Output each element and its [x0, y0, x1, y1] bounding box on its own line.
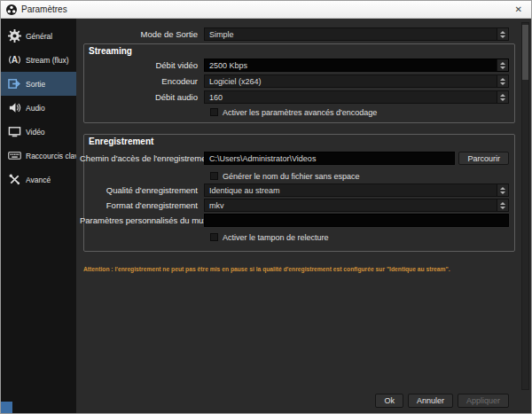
svg-text:A: A [12, 55, 19, 65]
encoder-label: Encodeur [80, 76, 204, 86]
recording-format-label: Format d'enregistrement [80, 200, 204, 210]
video-bitrate-value: 2500 Kbps [209, 61, 247, 70]
dropdown-arrows-icon[interactable] [497, 28, 508, 40]
gear-icon [8, 29, 21, 43]
sidebar-item-label: Général [26, 32, 52, 41]
keyboard-icon [8, 149, 21, 162]
no-space-checkbox[interactable] [210, 172, 218, 180]
settings-content: Mode de Sortie Simple Streaming Débit vi… [76, 19, 531, 413]
spinner-arrows-icon[interactable] [497, 59, 508, 71]
window-title: Paramètres [21, 4, 67, 14]
title-bar: Paramètres ✕ [1, 1, 531, 19]
sidebar-item-hotkeys[interactable]: Raccourcis clavier [1, 144, 76, 168]
sidebar-item-video[interactable]: Vidéo [1, 120, 76, 144]
sidebar-item-advanced[interactable]: Avancé [1, 168, 76, 191]
muxer-settings-label: Paramètres personnalisés du muxer [80, 215, 204, 225]
pause-warning-text: Attention : l'enregistrement ne peut pas… [83, 265, 520, 273]
recording-quality-value: Identique au stream [209, 186, 280, 195]
sidebar-item-label: Stream (flux) [26, 56, 69, 65]
muxer-settings-row: Paramètres personnalisés du muxer [80, 214, 509, 227]
recording-quality-row: Qualité d'enregistrement Identique au st… [80, 184, 509, 197]
cancel-button[interactable]: Annuler [408, 394, 453, 408]
recording-quality-label: Qualité d'enregistrement [80, 185, 204, 195]
advanced-encoding-checkbox[interactable] [210, 108, 218, 116]
sidebar-item-label: Sortie [26, 80, 45, 89]
browse-button[interactable]: Parcourir [458, 152, 509, 165]
vertical-scrollbar[interactable] [521, 22, 529, 390]
output-mode-row: Mode de Sortie Simple [80, 27, 509, 41]
monitor-icon [8, 125, 21, 138]
dropdown-arrows-icon[interactable] [497, 199, 508, 211]
ok-button[interactable]: Ok [375, 394, 403, 408]
no-space-checkbox-label: Générer le nom du fichier sans espace [223, 172, 360, 181]
video-bitrate-row: Débit vidéo 2500 Kbps [80, 59, 509, 72]
replay-buffer-checkbox[interactable] [210, 233, 218, 241]
streaming-group-title: Streaming [89, 46, 132, 56]
recording-path-input[interactable]: C:\Users\Administrator\Videos [204, 152, 455, 165]
obs-logo-icon [6, 4, 17, 15]
dropdown-arrows-icon[interactable] [497, 184, 508, 196]
sidebar: Général A Stream (flux) Sortie Audio Vid… [1, 19, 76, 413]
recording-path-label: Chemin d'accès de l'enregistrement [80, 153, 204, 163]
output-mode-value: Simple [209, 30, 234, 39]
video-bitrate-spinbox[interactable]: 2500 Kbps [204, 59, 509, 72]
output-arrow-icon [8, 77, 21, 90]
recording-format-row: Format d'enregistrement mkv [80, 199, 509, 212]
recording-path-value: C:\Users\Administrator\Videos [209, 154, 316, 163]
replay-buffer-checkbox-label: Activer le tampon de relecture [223, 233, 329, 242]
sidebar-item-general[interactable]: Général [1, 24, 76, 48]
settings-window: Paramètres ✕ Général A Stream (flux) Sor… [0, 0, 532, 414]
accent-corner [1, 402, 12, 413]
audio-bitrate-select[interactable]: 160 [204, 90, 509, 104]
muxer-settings-input[interactable] [204, 214, 509, 227]
speaker-icon [8, 101, 21, 114]
antenna-icon: A [8, 53, 21, 66]
output-mode-select[interactable]: Simple [204, 27, 509, 41]
encoder-row: Encodeur Logiciel (x264) [80, 74, 509, 88]
recording-format-select[interactable]: mkv [204, 199, 509, 212]
dropdown-arrows-icon[interactable] [497, 75, 508, 87]
encoder-value: Logiciel (x264) [209, 77, 262, 86]
video-bitrate-label: Débit vidéo [80, 60, 204, 70]
sidebar-item-output[interactable]: Sortie [1, 72, 76, 96]
advanced-encoding-checkbox-label: Activer les paramètres avancés d'encodag… [223, 108, 377, 117]
apply-button[interactable]: Appliquer [458, 394, 509, 408]
tools-icon [8, 173, 21, 186]
dialog-footer: Ok Annuler Appliquer [375, 394, 509, 408]
close-button[interactable]: ✕ [512, 4, 526, 14]
recording-quality-select[interactable]: Identique au stream [204, 184, 509, 197]
sidebar-item-label: Audio [26, 104, 45, 113]
sidebar-item-stream[interactable]: A Stream (flux) [1, 48, 76, 72]
output-mode-label: Mode de Sortie [80, 29, 204, 39]
recording-path-row: Chemin d'accès de l'enregistrement C:\Us… [80, 152, 509, 165]
replay-buffer-checkbox-row: Activer le tampon de relecture [210, 232, 329, 242]
dropdown-arrows-icon[interactable] [497, 91, 508, 103]
encoder-select[interactable]: Logiciel (x264) [204, 74, 509, 88]
audio-bitrate-value: 160 [209, 93, 223, 102]
advanced-encoding-checkbox-row: Activer les paramètres avancés d'encodag… [210, 107, 377, 117]
sidebar-item-label: Vidéo [26, 128, 45, 137]
sidebar-item-label: Avancé [26, 176, 51, 184]
scrollbar-thumb[interactable] [522, 25, 528, 80]
sidebar-item-audio[interactable]: Audio [1, 96, 76, 120]
audio-bitrate-row: Débit audio 160 [80, 90, 509, 104]
sidebar-item-label: Raccourcis clavier [26, 152, 76, 160]
no-space-checkbox-row: Générer le nom du fichier sans espace [210, 171, 360, 181]
recording-format-value: mkv [209, 201, 224, 210]
recording-group-title: Enregistrement [89, 137, 153, 146]
audio-bitrate-label: Débit audio [80, 92, 204, 102]
